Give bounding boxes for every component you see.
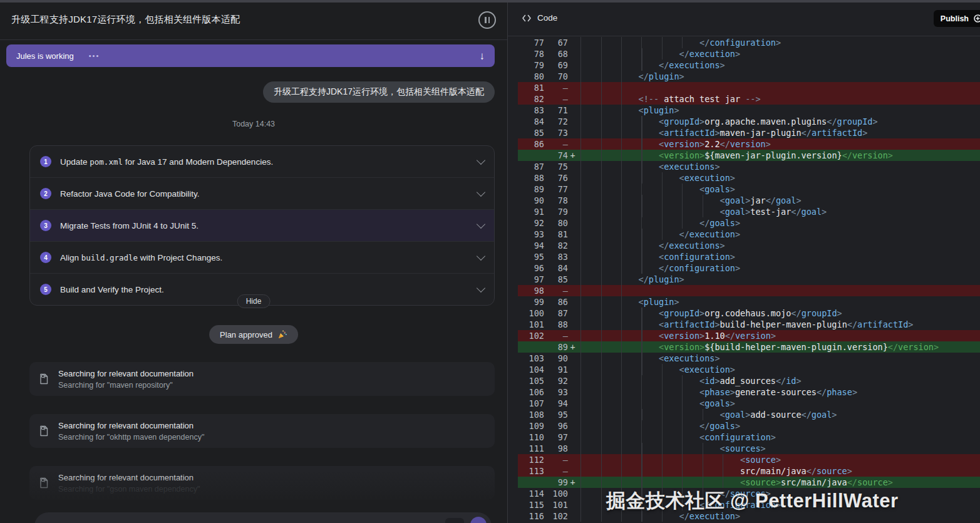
status-banner: Jules is working ••• ↓ (6, 44, 495, 67)
diff-line: 8573<artifactId>maven-jar-plugin</artifa… (518, 127, 980, 138)
line-number-new: 82 (544, 240, 568, 251)
chevron-down-icon[interactable] (477, 188, 485, 197)
line-number-new: 100 (544, 488, 568, 499)
step-label: Build and Verify the Project. (60, 285, 164, 294)
message-input[interactable] (34, 512, 492, 523)
diff-marker: + (568, 477, 577, 488)
line-number-old: 102 (518, 330, 544, 341)
line-number-old: 106 (518, 386, 544, 398)
line-number-new: 81 (544, 229, 568, 240)
chevron-down-icon[interactable] (477, 252, 485, 261)
line-number-new: 77 (544, 184, 568, 195)
line-number-old: 111 (518, 443, 544, 454)
chevron-down-icon[interactable] (477, 284, 485, 293)
indent-guides (577, 398, 699, 409)
line-number-old: 97 (518, 274, 544, 285)
branch-icon (973, 14, 980, 23)
diff-line: 8371<plugin> (518, 105, 980, 116)
diff-marker: + (568, 150, 577, 161)
indent-guides (577, 285, 639, 296)
line-number-old: 77 (518, 37, 544, 48)
line-number-old: 90 (518, 195, 544, 206)
diff-line: 10693<phase>generate-sources</phase> (518, 386, 980, 398)
task-header: 升级工程支持JDK17运行环境，包括相关组件版本适配 (0, 0, 507, 40)
code-content: </configuration> (577, 262, 980, 274)
pause-button[interactable] (478, 11, 496, 29)
code-content: <goals> (577, 184, 980, 195)
code-content: <version>${maven-jar-plugin.version}</ve… (577, 150, 980, 161)
code-content: <source>src/main/java</source> (577, 477, 980, 488)
diff-line: 10087<groupId>org.codehaus.mojo</groupId… (518, 308, 980, 319)
line-number-new: 86 (544, 296, 568, 308)
line-number-new: 67 (544, 37, 568, 48)
line-number-new: 76 (544, 172, 568, 184)
diff-marker (568, 93, 577, 105)
diff-line: 8070</plugin> (518, 71, 980, 82)
line-number-old: 89 (518, 184, 544, 195)
diff-marker (568, 296, 577, 308)
line-number-new: 73 (544, 127, 568, 138)
line-number-old: 95 (518, 251, 544, 262)
line-number-old: 79 (518, 60, 544, 71)
step-item-1[interactable]: 1Update pom.xml for Java 17 and Modern D… (30, 146, 494, 178)
diff-marker (568, 138, 577, 150)
indent-guides (577, 60, 659, 71)
code-panel-header: Code Publish (508, 0, 980, 36)
line-number-old: 107 (518, 398, 544, 409)
line-number-new: 92 (544, 375, 568, 386)
doc-search-icon (38, 425, 49, 437)
doc-search-icon (38, 373, 49, 385)
diff-line: 8472<groupId>org.apache.maven.plugins</g… (518, 116, 980, 127)
line-number-new: 102 (544, 510, 568, 522)
indent-guides (577, 150, 659, 161)
diff-line: 10390<executions> (518, 353, 980, 364)
line-number-new: — (544, 330, 568, 341)
indent-guides (577, 296, 639, 308)
line-number-old: 78 (518, 48, 544, 60)
diff-marker (568, 71, 577, 82)
diff-marker (568, 251, 577, 262)
diff-marker (568, 353, 577, 364)
diff-marker (568, 262, 577, 274)
diff-line: 9381</execution> (518, 229, 980, 240)
doc-search-icon (38, 477, 49, 489)
diff-line: 9280</goals> (518, 217, 980, 229)
line-number-old (518, 150, 544, 161)
line-number-old: 105 (518, 375, 544, 386)
attachment-button[interactable] (445, 518, 464, 523)
line-number-old: 101 (518, 319, 544, 330)
line-number-old: 104 (518, 364, 544, 375)
step-item-3[interactable]: 3Migrate Tests from JUnit 4 to JUnit 5. (30, 210, 494, 242)
chevron-down-icon[interactable] (477, 156, 485, 165)
indent-guides (577, 116, 659, 127)
line-number-old: 80 (518, 71, 544, 82)
diff-marker (568, 510, 577, 522)
diff-line: 8775<executions> (518, 161, 980, 172)
hide-button[interactable]: Hide (237, 294, 271, 308)
plan-steps-card: 1Update pom.xml for Java 17 and Modern D… (29, 145, 495, 306)
step-item-4[interactable]: 4Align build.gradle with Project Changes… (30, 242, 494, 274)
line-number-old: 98 (518, 285, 544, 296)
diff-line: 89+<version>${build-helper-maven-plugin.… (518, 341, 980, 353)
diff-marker (568, 409, 577, 420)
diff-line: 9482</executions> (518, 240, 980, 251)
step-label: Refactor Java Code for Compatibility. (60, 189, 200, 199)
diff-line: 11097<configuration> (518, 432, 980, 443)
line-number-old: 92 (518, 217, 544, 229)
code-icon (522, 14, 532, 23)
line-number-old: 83 (518, 105, 544, 116)
indent-guides (577, 93, 639, 105)
line-number-new: — (544, 82, 568, 93)
send-button[interactable] (470, 517, 487, 523)
diff-line: 8876<execution> (518, 172, 980, 184)
step-label: Migrate Tests from JUnit 4 to JUnit 5. (60, 221, 199, 230)
code-content: <id>add_sources</id> (577, 375, 980, 386)
publish-button[interactable]: Publish (934, 10, 980, 27)
diff-marker (568, 443, 577, 454)
step-item-2[interactable]: 2Refactor Java Code for Compatibility. (30, 178, 494, 210)
diff-line: 112—<source> (518, 454, 980, 465)
scroll-down-icon[interactable]: ↓ (480, 51, 485, 61)
diff-marker (568, 105, 577, 116)
diff-line: 86—<version>2.2</version> (518, 138, 980, 150)
chevron-down-icon[interactable] (477, 220, 485, 229)
